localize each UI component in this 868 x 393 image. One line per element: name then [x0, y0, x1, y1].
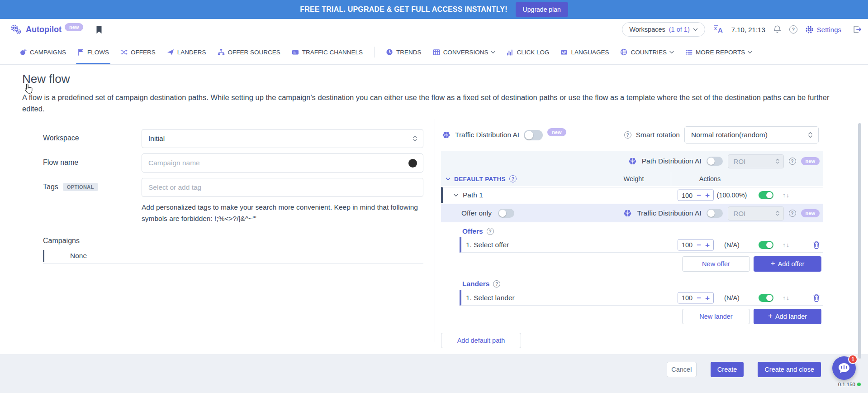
- weight-plus-button[interactable]: +: [705, 192, 710, 199]
- move-up-icon[interactable]: ↑: [783, 294, 786, 302]
- chevron-down-icon: [748, 51, 752, 54]
- upgrade-plan-button[interactable]: Upgrade plan: [516, 2, 568, 17]
- autopilot-gears-icon: [10, 24, 22, 35]
- add-lander-button[interactable]: + Add lander: [754, 309, 821, 324]
- nav-offers[interactable]: OFFERS: [120, 40, 156, 64]
- offer-name[interactable]: 1. Select offer: [466, 241, 509, 249]
- select-chevrons-icon: [775, 158, 780, 164]
- path-weight-percent: (100.00%): [712, 192, 751, 199]
- move-down-icon[interactable]: ↓: [786, 241, 789, 249]
- nav-conversions[interactable]: CONVERSIONS: [433, 40, 496, 64]
- nav-languages[interactable]: LANGUAGES: [560, 40, 609, 64]
- path-traffic-ai-toggle[interactable]: [707, 209, 723, 218]
- nav-landers[interactable]: LANDERS: [167, 40, 206, 64]
- create-button[interactable]: Create: [711, 362, 744, 377]
- move-down-icon[interactable]: ↓: [786, 294, 789, 302]
- nav-click-log[interactable]: CLICK LOG: [507, 40, 549, 64]
- smart-rotation-label: Smart rotation: [636, 131, 680, 139]
- campaigns-label: Campaigns: [43, 237, 80, 245]
- logout-icon[interactable]: [853, 25, 862, 34]
- path-ai-help-icon[interactable]: ?: [789, 158, 796, 165]
- path-enabled-toggle[interactable]: [759, 191, 773, 199]
- delete-lander-icon[interactable]: [813, 294, 820, 302]
- lander-weight-value[interactable]: 100: [682, 294, 693, 302]
- offer-enabled-toggle[interactable]: [759, 241, 773, 249]
- tags-input[interactable]: [142, 178, 423, 196]
- workspaces-selector[interactable]: Workspaces (1 of 1): [622, 22, 705, 37]
- brand-new-badge: new: [65, 23, 83, 31]
- flow-name-fieldbox: [142, 153, 423, 173]
- svg-text:A: A: [718, 26, 723, 34]
- move-up-icon[interactable]: ↑: [783, 241, 786, 249]
- path-weight-value[interactable]: 100: [682, 192, 693, 199]
- nav-offer-sources[interactable]: OFFER SOURCES: [218, 40, 280, 64]
- workspace-value: Initial: [148, 134, 165, 143]
- smart-rotation-value: Normal rotation(random): [691, 131, 768, 139]
- path-name[interactable]: Path 1: [463, 191, 483, 199]
- select-chevrons-icon: [808, 131, 813, 139]
- plus-icon: +: [768, 312, 773, 321]
- add-offer-button[interactable]: + Add offer: [754, 256, 821, 272]
- workspace-select[interactable]: Initial: [142, 129, 423, 148]
- nav-flows[interactable]: FLOWS: [77, 40, 109, 64]
- move-down-icon[interactable]: ↓: [786, 192, 789, 199]
- delete-offer-icon[interactable]: [813, 241, 820, 249]
- offer-weight-value[interactable]: 100: [682, 241, 693, 249]
- offers-help-icon[interactable]: ?: [487, 228, 494, 235]
- settings-button[interactable]: Settings: [805, 25, 841, 34]
- flow-name-input[interactable]: [142, 154, 423, 172]
- help-icon[interactable]: ?: [789, 25, 797, 34]
- path-traffic-ai-label: Traffic Distribution AI: [637, 209, 701, 217]
- status-dot: [857, 383, 861, 386]
- campaigns-list: None: [43, 248, 423, 264]
- weight-minus-button[interactable]: −: [697, 192, 701, 199]
- weight-minus-button[interactable]: −: [697, 294, 701, 302]
- path-traffic-roi-select[interactable]: ROI: [728, 206, 784, 220]
- lander-name[interactable]: 1. Select lander: [466, 294, 515, 302]
- bell-icon[interactable]: [773, 25, 782, 34]
- plus-icon: +: [771, 259, 775, 268]
- nav-countries[interactable]: COUNTRIES: [620, 40, 674, 64]
- flow-color-dot[interactable]: [408, 159, 417, 168]
- translate-icon[interactable]: x A: [713, 25, 724, 34]
- new-offer-button[interactable]: New offer: [682, 256, 750, 272]
- weight-minus-button[interactable]: −: [697, 241, 701, 249]
- path-ai-toggle[interactable]: [707, 157, 723, 166]
- trial-banner: FREE TRIAL. UPGRADE & GET FULL ACCESS IN…: [0, 0, 868, 19]
- gear-icon: [805, 25, 814, 34]
- select-chevrons-icon: [775, 210, 780, 216]
- nav-more-reports[interactable]: MORE REPORTS: [685, 40, 752, 64]
- default-paths-help-icon[interactable]: ?: [509, 175, 517, 182]
- offer-only-row: Offer only Traffic Distribution AI ROI ?…: [441, 204, 823, 222]
- collapse-chevron-icon[interactable]: [454, 194, 458, 197]
- weight-plus-button[interactable]: +: [705, 241, 710, 249]
- add-default-path-button[interactable]: Add default path: [441, 333, 521, 348]
- move-up-icon[interactable]: ↑: [783, 192, 786, 199]
- create-and-close-button[interactable]: Create and close: [758, 362, 821, 377]
- lander-buttons: New lander + Add lander: [682, 309, 821, 324]
- nav-trends[interactable]: TRENDS: [386, 40, 422, 64]
- collapse-chevron-icon[interactable]: [446, 177, 451, 181]
- traffic-channels-icon: [292, 49, 299, 56]
- path-roi-select[interactable]: ROI: [728, 154, 784, 168]
- campaigns-icon: [19, 48, 27, 56]
- lander-enabled-toggle[interactable]: [759, 294, 773, 302]
- chat-widget-button[interactable]: 1: [832, 356, 856, 380]
- landers-help-icon[interactable]: ?: [493, 280, 500, 288]
- traffic-ai-toggle[interactable]: [524, 130, 543, 140]
- smart-rotation-help-icon[interactable]: ?: [624, 131, 631, 139]
- smart-rotation-select[interactable]: Normal rotation(random): [684, 126, 819, 144]
- traffic-ai-help-icon[interactable]: ?: [789, 210, 796, 217]
- brand-autopilot[interactable]: Autopilot: [26, 25, 62, 34]
- nav-campaigns[interactable]: CAMPAIGNS: [19, 40, 66, 64]
- bookmark-icon[interactable]: [95, 25, 103, 34]
- column-divider: [435, 119, 435, 342]
- chat-icon: [838, 362, 850, 374]
- trial-banner-text: FREE TRIAL. UPGRADE & GET FULL ACCESS IN…: [300, 5, 508, 14]
- weight-plus-button[interactable]: +: [705, 294, 710, 302]
- cancel-button[interactable]: Cancel: [667, 362, 697, 377]
- new-lander-button[interactable]: New lander: [682, 309, 750, 324]
- nav-traffic-channels[interactable]: TRAFFIC CHANNELS: [292, 40, 363, 64]
- page-scrollbar[interactable]: [858, 123, 861, 359]
- offer-only-toggle[interactable]: [498, 209, 514, 218]
